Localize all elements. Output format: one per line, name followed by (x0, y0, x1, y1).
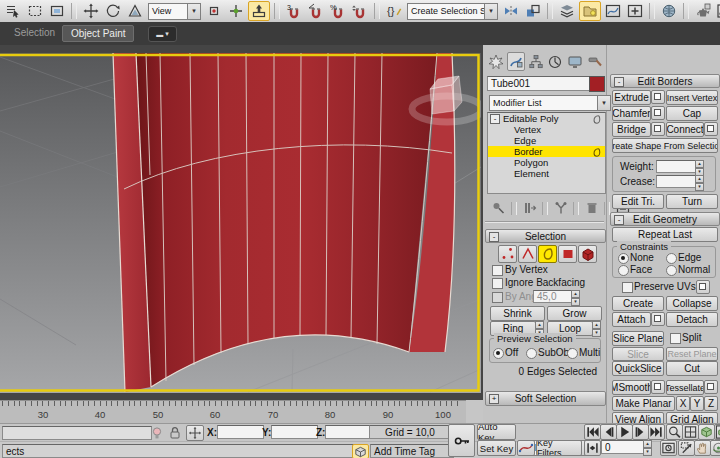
keyboard-shortcut-override-icon[interactable] (248, 1, 270, 21)
default-in-out-tangents-icon[interactable] (517, 440, 535, 456)
collapse-icon[interactable]: - (614, 215, 624, 225)
collapse-icon[interactable]: - (614, 77, 624, 87)
extrude-settings-button[interactable] (651, 90, 665, 104)
msmooth-button[interactable]: MSmooth (612, 380, 651, 395)
selection-rollout-header[interactable]: - Selection (485, 229, 606, 243)
chamfer-button[interactable]: Chamfer (612, 106, 651, 121)
repeat-last-button[interactable]: Repeat Last (612, 227, 718, 242)
stack-item-element[interactable]: Element (488, 168, 605, 179)
select-and-move-icon[interactable] (81, 2, 101, 20)
expand-toggle-icon[interactable]: - (490, 114, 500, 124)
loop-spinner[interactable]: ▴▾ (592, 321, 601, 337)
panel-tab-display[interactable] (566, 52, 585, 71)
constraint-none-radio[interactable] (618, 253, 629, 264)
reset-plane-button[interactable]: Reset Plane (666, 347, 718, 361)
selection-lock-icon[interactable] (167, 425, 183, 440)
ribbon-collapse-button[interactable]: ▬▾ (148, 26, 177, 42)
edit-borders-rollout-header[interactable]: - Edit Borders (610, 74, 720, 88)
subobject-element-button[interactable] (578, 245, 597, 263)
object-name-field[interactable]: Tube001 (487, 76, 591, 91)
crease-spinner[interactable]: ▴▾ (695, 175, 704, 191)
next-frame-button[interactable] (632, 424, 649, 440)
x-coord-field[interactable] (217, 425, 264, 439)
key-mode-toggle[interactable] (584, 440, 601, 456)
by-angle-spinner[interactable]: ▴▾ (571, 290, 580, 306)
weight-field[interactable] (656, 160, 700, 173)
extrude-button[interactable]: Extrude (612, 90, 651, 105)
by-angle-checkbox[interactable] (492, 292, 503, 303)
insert-vertex-button[interactable]: Insert Vertex (666, 90, 718, 105)
select-and-rotate-icon[interactable] (103, 2, 123, 20)
quickslice-button[interactable]: QuickSlice (612, 361, 664, 376)
by-vertex-checkbox[interactable] (492, 265, 503, 276)
weight-spinner[interactable]: ▴▾ (695, 160, 704, 176)
stack-item-vertex[interactable]: Vertex (488, 124, 605, 135)
preview-multi-radio[interactable] (567, 348, 578, 359)
make-unique-icon[interactable] (551, 200, 570, 217)
previous-frame-button[interactable] (600, 424, 617, 440)
constraint-face-radio[interactable] (618, 265, 629, 276)
shrink-button[interactable]: Shrink (490, 306, 545, 321)
panel-tab-modify[interactable] (507, 52, 526, 71)
preview-off-radio[interactable] (493, 348, 504, 359)
subobject-polygon-button[interactable] (558, 245, 577, 263)
collapse-icon[interactable]: - (489, 232, 499, 242)
zoom-button[interactable] (666, 424, 683, 440)
bridge-button[interactable]: Bridge (612, 122, 651, 137)
spinner-snap-toggle-icon[interactable] (350, 2, 370, 20)
stack-item-border[interactable]: Border (488, 146, 605, 157)
turn-button[interactable]: Turn (666, 194, 718, 209)
perspective-viewport[interactable] (0, 53, 481, 393)
key-filters-button[interactable]: Key Filters... (536, 440, 582, 456)
bridge-settings-button[interactable] (651, 122, 665, 136)
cap-button[interactable]: Cap (666, 106, 718, 121)
subobject-edge-button[interactable] (518, 245, 537, 263)
named-selection-sets-combo[interactable]: Create Selection Se▾ (407, 3, 498, 20)
reference-coordinate-system-combo[interactable]: View▾ (148, 3, 201, 20)
zoom-all-button[interactable] (682, 424, 699, 440)
detach-button[interactable]: Detach (666, 312, 718, 327)
crease-field[interactable] (656, 175, 700, 188)
angle-snap-toggle-icon[interactable] (306, 2, 326, 20)
split-checkbox[interactable] (670, 333, 681, 344)
schematic-view-icon[interactable] (625, 2, 645, 20)
modifier-stack[interactable]: -Editable PolyVertexEdgeBorderPolygonEle… (487, 112, 606, 194)
by-angle-field[interactable]: 45,0 (533, 290, 576, 303)
go-to-start-button[interactable] (584, 424, 601, 440)
connect-settings-button[interactable] (704, 122, 718, 136)
grow-button[interactable]: Grow (547, 306, 602, 321)
select-by-name-icon[interactable] (3, 2, 23, 20)
panel-tab-motion[interactable] (546, 52, 565, 71)
remove-modifier-icon[interactable] (582, 200, 601, 217)
cut-button[interactable]: Cut (666, 361, 718, 376)
tab-selection[interactable]: Selection (6, 25, 63, 40)
transform-gizmo-toggle[interactable] (186, 425, 204, 441)
show-end-result-icon[interactable] (520, 200, 539, 217)
planar-x-button[interactable]: X (676, 396, 690, 411)
object-color-swatch[interactable] (589, 76, 605, 92)
zoom-region-button[interactable] (678, 440, 695, 456)
chevron-down-icon[interactable]: ▾ (597, 96, 610, 110)
manage-layers-icon[interactable] (557, 2, 577, 20)
time-configuration-button[interactable] (660, 440, 677, 456)
attach-settings-button[interactable] (651, 312, 665, 326)
curve-editor-icon[interactable] (603, 2, 623, 20)
material-editor-icon[interactable] (659, 2, 679, 20)
pan-button[interactable] (694, 440, 711, 456)
preview-subobj-radio[interactable] (526, 348, 537, 359)
stack-item-polygon[interactable]: Polygon (488, 157, 605, 168)
make-planar-button[interactable]: Make Planar (612, 396, 675, 411)
planar-y-button[interactable]: Y (690, 396, 704, 411)
select-and-manipulate-icon[interactable] (226, 2, 246, 20)
percent-snap-toggle-icon[interactable]: % (328, 2, 348, 20)
align-icon[interactable] (523, 2, 543, 20)
use-pivot-point-center-icon[interactable] (204, 2, 224, 20)
subobject-border-button[interactable] (538, 245, 557, 263)
maxscript-mini-listener[interactable] (2, 426, 152, 440)
connect-button[interactable]: Connect (666, 122, 704, 137)
frame-spinner[interactable]: ▴▾ (643, 440, 652, 456)
slice-button[interactable]: Slice (612, 347, 664, 361)
set-keys-button[interactable] (448, 424, 475, 457)
pin-stack-icon[interactable] (489, 200, 508, 217)
panel-tab-hierarchy[interactable] (526, 52, 545, 71)
